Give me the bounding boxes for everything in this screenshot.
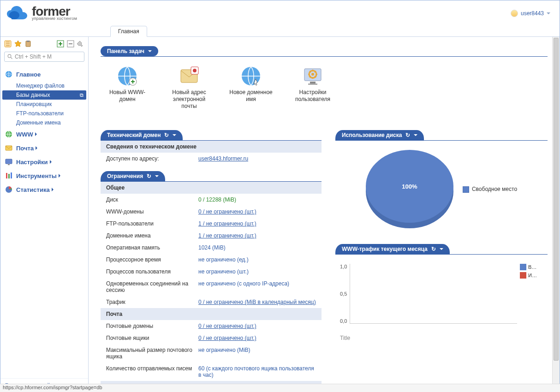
minus-icon[interactable] xyxy=(67,40,74,48)
limits-section-mail: Почта xyxy=(101,308,322,320)
tech-row-label: Доступен по адресу: xyxy=(106,155,198,162)
pin-icon[interactable] xyxy=(77,40,84,48)
clipboard-icon[interactable] xyxy=(24,40,32,48)
limits-row: FTP-пользователи1 / не ограничено (шт.) xyxy=(101,218,322,230)
svg-rect-9 xyxy=(6,146,12,150)
chevron-right-icon xyxy=(36,146,37,150)
limits-value: 1024 (MiB) xyxy=(198,244,316,251)
svg-point-0 xyxy=(9,11,19,19)
limits-row: Максимальный размер почтового ящикане ог… xyxy=(101,344,322,362)
legend-swatch xyxy=(520,264,526,270)
nav-group-stats[interactable]: Статистика xyxy=(0,183,88,196)
plus-icon[interactable] xyxy=(57,40,64,48)
pie-label: 100% xyxy=(366,150,453,223)
nav-group-www[interactable]: WWW xyxy=(0,127,88,141)
sidebar-item-планировщик[interactable]: Планировщик xyxy=(0,100,88,109)
refresh-icon[interactable] xyxy=(431,246,436,252)
logo: former управление хостингом xyxy=(5,5,77,22)
task-label: Новое доменное имя xyxy=(229,89,273,103)
sidebar-item-менеджер-файлов[interactable]: Менеджер файлов xyxy=(0,81,88,90)
scrollbar-thumb[interactable] xyxy=(554,38,559,361)
scrollbar-vertical[interactable] xyxy=(552,37,560,392)
refresh-icon[interactable] xyxy=(147,173,151,179)
limits-row: Одновременных соединений на сессиюне огр… xyxy=(101,278,322,296)
limits-key: Оперативная память xyxy=(106,244,198,251)
top-bar: former управление хостингом user8443 xyxy=(0,0,560,26)
user-menu[interactable]: user8443 xyxy=(511,10,550,17)
search-input[interactable]: Ctrl + Shift + M xyxy=(4,52,84,62)
chart-plot-area xyxy=(350,264,517,324)
limits-key: Трафик xyxy=(106,299,198,305)
sidebar-item-базы-данных[interactable]: Базы данных⧉ xyxy=(2,90,86,100)
user-settings-icon xyxy=(302,65,324,87)
status-bar: https://cp.hformer.com/ispmgr?startpage=… xyxy=(0,384,560,392)
task-new-domain[interactable]: Новое доменное имя xyxy=(229,65,273,110)
tasks-panel-header[interactable]: Панель задач xyxy=(101,46,158,56)
logo-text: former xyxy=(32,6,77,17)
chevron-right-icon xyxy=(50,160,52,164)
nav-group-tools[interactable]: Инструменты xyxy=(0,169,88,183)
limits-row: Диск0 / 12288 (MiB) xyxy=(101,194,322,206)
limits-key: Процессов пользователя xyxy=(106,268,198,275)
limits-value[interactable]: 1 / не ограничено (шт.) xyxy=(198,232,316,239)
task-new-email[interactable]: Новый адрес электронной почты xyxy=(167,65,211,110)
limits-row: Доменные имена1 / не ограничено (шт.) xyxy=(101,230,322,242)
svg-rect-3 xyxy=(27,41,30,42)
limits-value[interactable]: 0 / не ограничено (MiB в календарный мес… xyxy=(198,299,316,305)
svg-point-20 xyxy=(193,69,197,72)
sidebar-item-доменные-имена[interactable]: Доменные имена xyxy=(0,118,88,127)
svg-rect-11 xyxy=(8,164,10,165)
limits-value: не ограничено (шт.) xyxy=(198,268,316,275)
legend-swatch xyxy=(520,272,526,279)
nav-group-main[interactable]: Главное xyxy=(0,67,88,81)
limits-row: Оперативная память1024 (MiB) xyxy=(101,242,322,254)
svg-rect-10 xyxy=(6,159,12,164)
limits-row: Количество отправляемых писем60 (с каждо… xyxy=(101,362,322,381)
limits-value[interactable]: 1 / не ограничено (шт.) xyxy=(198,220,316,227)
external-icon: ⧉ xyxy=(80,92,83,98)
limits-row: WWW-домены0 / не ограничено (шт.) xyxy=(101,206,322,218)
tech-domain-link[interactable]: user8443.hformer.ru xyxy=(198,155,248,162)
monitor-icon xyxy=(5,158,12,166)
nav-group-settings[interactable]: Настройки xyxy=(0,155,88,169)
content: Панель задач Новый WWW-доменНовый адрес … xyxy=(88,37,560,392)
limits-value: не ограничено (ед.) xyxy=(198,256,316,263)
limits-key: Одновременных соединений на сессию xyxy=(106,280,198,293)
avatar-icon xyxy=(511,10,518,17)
tools-icon xyxy=(5,172,12,179)
svg-rect-12 xyxy=(6,173,7,178)
task-user-settings[interactable]: Настройки пользователя xyxy=(291,65,335,110)
limits-value: 60 (с каждого почтового ящика пользовате… xyxy=(198,365,316,378)
traffic-panel-header[interactable]: WWW-трафик текущего месяца xyxy=(335,244,450,254)
piechart-icon xyxy=(5,186,12,193)
logo-tagline: управление хостингом xyxy=(32,16,77,21)
limits-value[interactable]: 0 / не ограничено (шт.) xyxy=(198,208,316,215)
refresh-icon[interactable] xyxy=(405,132,410,138)
limits-row: Процессорное времяне ограничено (ед.) xyxy=(101,254,322,266)
axis-tick: 0,5 xyxy=(340,291,347,297)
sidebar-item-ftp-пользователи[interactable]: FTP-пользователи xyxy=(0,109,88,118)
home-icon xyxy=(5,71,12,78)
limits-value: не ограничено (с одного IP-адреса) xyxy=(198,280,316,293)
tech-panel-header[interactable]: Технический домен xyxy=(101,130,183,140)
limits-value[interactable]: 0 / не ограничено (шт.) xyxy=(198,323,316,329)
chevron-right-icon xyxy=(59,174,60,178)
chevron-down-icon xyxy=(148,50,152,52)
star-icon[interactable] xyxy=(14,40,22,48)
refresh-icon[interactable] xyxy=(164,132,169,138)
list-icon[interactable] xyxy=(4,40,12,48)
disk-panel-header[interactable]: Использование диска xyxy=(335,130,424,140)
limits-panel-header[interactable]: Ограничения xyxy=(101,171,165,181)
limits-panel: Ограничения ОбщееДиск0 / 12288 (MiB)WWW-… xyxy=(101,171,322,392)
traffic-panel: WWW-трафик текущего месяца 1,00,50,0 В…И… xyxy=(335,244,548,347)
limits-value[interactable]: 0 / не ограничено (шт.) xyxy=(198,335,316,341)
tab-main[interactable]: Главная xyxy=(110,26,147,37)
limits-row: Почтовые ящики0 / не ограничено (шт.) xyxy=(101,332,322,344)
disk-legend: Свободное место xyxy=(463,186,517,193)
nav-group-mail[interactable]: Почта xyxy=(0,141,88,155)
tabs-row: Главная xyxy=(0,26,560,37)
task-new-www-domain[interactable]: Новый WWW-домен xyxy=(105,65,149,110)
limits-value: не ограничено (MiB) xyxy=(198,347,316,360)
legend-row: И… xyxy=(520,272,543,279)
task-label: Новый WWW-домен xyxy=(105,89,149,103)
